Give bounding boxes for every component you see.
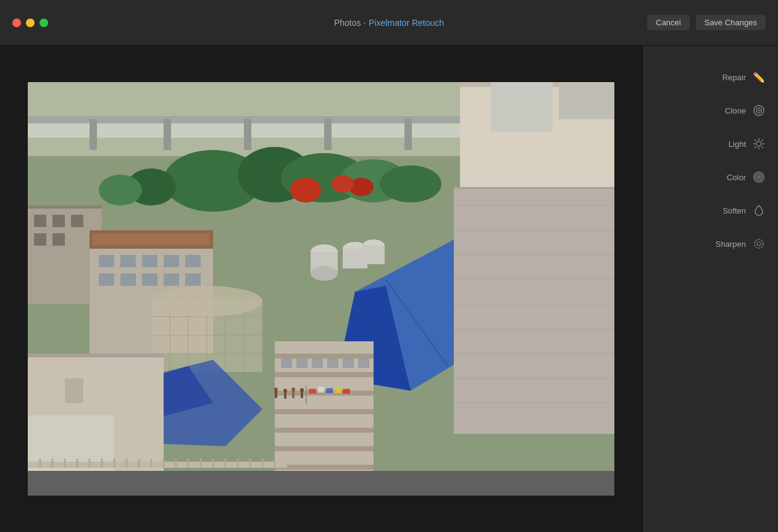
svg-rect-81	[275, 354, 374, 359]
save-changes-button[interactable]: Save Changes	[696, 15, 766, 30]
svg-rect-27	[52, 233, 65, 246]
svg-rect-23	[34, 215, 46, 227]
color-tool[interactable]: Color	[655, 170, 766, 184]
svg-point-17	[99, 175, 142, 206]
svg-point-18	[290, 178, 321, 202]
svg-rect-102	[306, 386, 307, 404]
svg-point-95	[274, 388, 278, 391]
svg-rect-103	[309, 389, 316, 394]
plugin-name: Pixelmator Retouch	[369, 18, 444, 28]
close-button[interactable]	[12, 19, 21, 27]
svg-rect-85	[275, 428, 374, 433]
svg-rect-4	[90, 119, 97, 150]
light-icon	[752, 137, 766, 151]
svg-rect-5	[164, 119, 171, 150]
svg-point-15	[380, 165, 441, 202]
svg-rect-86	[275, 446, 374, 451]
svg-rect-88	[281, 359, 292, 368]
repair-icon: ✏️	[752, 70, 766, 84]
svg-rect-35	[185, 255, 201, 267]
repair-label: Repair	[722, 73, 746, 82]
maximize-button[interactable]	[40, 19, 48, 27]
svg-rect-36	[99, 273, 114, 286]
svg-point-60	[311, 266, 338, 281]
image-area	[0, 46, 642, 532]
color-label: Color	[727, 173, 746, 182]
svg-point-135	[758, 110, 760, 112]
soften-label: Soften	[722, 206, 746, 215]
svg-rect-38	[142, 273, 157, 286]
titlebar: Photos - Pixelmator Retouch Cancel Save …	[0, 0, 778, 46]
sharpen-label: Sharpen	[716, 239, 746, 249]
svg-point-20	[332, 175, 354, 193]
svg-rect-132	[559, 82, 614, 119]
clone-tool[interactable]: Clone	[655, 104, 766, 117]
svg-rect-100	[301, 391, 303, 398]
svg-rect-82	[275, 372, 374, 377]
svg-line-144	[755, 147, 756, 148]
svg-rect-110	[28, 462, 287, 468]
svg-rect-91	[327, 359, 338, 368]
svg-line-141	[755, 139, 756, 141]
svg-rect-93	[358, 359, 369, 368]
svg-rect-90	[312, 359, 323, 368]
svg-rect-25	[71, 215, 83, 227]
svg-rect-84	[275, 409, 374, 414]
svg-rect-32	[120, 255, 136, 267]
svg-rect-106	[335, 388, 341, 393]
svg-line-142	[762, 147, 763, 148]
svg-point-51	[151, 286, 262, 317]
svg-point-146	[756, 174, 762, 180]
svg-rect-6	[244, 119, 251, 150]
svg-point-101	[300, 388, 304, 392]
title-separator: -	[361, 18, 368, 28]
sharpen-tool[interactable]: Sharpen	[655, 237, 766, 251]
svg-rect-109	[28, 471, 614, 496]
svg-point-149	[757, 242, 761, 246]
svg-rect-105	[326, 388, 333, 393]
repair-tool[interactable]: Repair ✏️	[655, 70, 766, 84]
soften-tool[interactable]: Soften	[655, 204, 766, 217]
soften-icon	[752, 204, 766, 217]
svg-rect-33	[142, 255, 157, 267]
clone-icon	[752, 104, 766, 117]
svg-rect-64	[362, 246, 385, 264]
svg-rect-104	[318, 387, 324, 393]
svg-point-97	[283, 389, 287, 393]
svg-point-99	[291, 388, 295, 391]
app-name: Photos	[334, 18, 361, 28]
svg-rect-92	[343, 359, 354, 368]
svg-rect-94	[275, 391, 277, 398]
svg-line-143	[762, 139, 763, 141]
tools-sidebar: Repair ✏️ Clone Light	[642, 46, 778, 532]
svg-rect-37	[120, 273, 136, 286]
svg-rect-31	[99, 255, 114, 267]
svg-rect-3	[28, 116, 491, 123]
window-title: Photos - Pixelmator Retouch	[334, 18, 444, 28]
light-tool[interactable]: Light	[655, 137, 766, 151]
cancel-button[interactable]: Cancel	[647, 15, 689, 30]
svg-rect-40	[185, 273, 201, 286]
minimize-button[interactable]	[26, 19, 35, 27]
svg-point-148	[755, 239, 763, 248]
photo-canvas[interactable]	[28, 82, 614, 496]
svg-rect-30	[93, 233, 210, 246]
clone-label: Clone	[725, 106, 746, 115]
svg-rect-96	[284, 392, 287, 399]
sharpen-icon	[752, 237, 766, 251]
svg-rect-22	[28, 206, 102, 209]
svg-rect-79	[65, 378, 83, 403]
svg-rect-66	[454, 187, 614, 189]
svg-rect-8	[404, 119, 412, 150]
svg-point-147	[758, 176, 760, 178]
svg-rect-89	[296, 359, 307, 368]
svg-rect-98	[292, 391, 295, 398]
svg-rect-65	[454, 187, 614, 434]
svg-rect-24	[52, 215, 65, 227]
svg-point-136	[756, 141, 761, 146]
titlebar-actions: Cancel Save Changes	[647, 15, 766, 30]
svg-rect-26	[34, 233, 46, 246]
main-content: Repair ✏️ Clone Light	[0, 46, 778, 532]
svg-rect-34	[164, 255, 179, 267]
svg-rect-39	[164, 273, 179, 286]
